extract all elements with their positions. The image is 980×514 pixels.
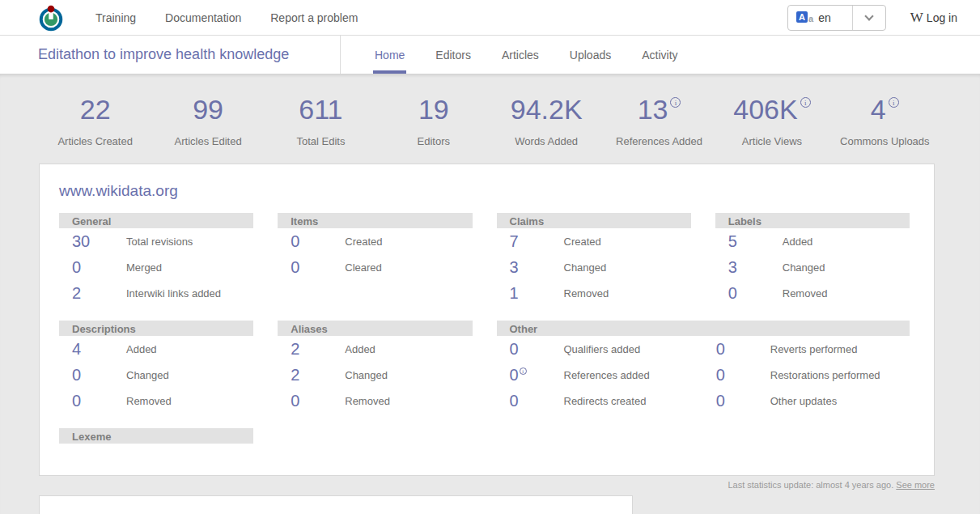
- stat-row: 0Other updates: [703, 388, 910, 414]
- info-icon[interactable]: [889, 97, 899, 108]
- section-labels: Labels 5Added 3Changed 0Removed: [715, 213, 910, 306]
- stat-value: 4: [829, 94, 941, 125]
- tab-uploads[interactable]: Uploads: [570, 36, 611, 74]
- tab-articles[interactable]: Articles: [502, 36, 539, 74]
- stat-editors: 19 Editors: [377, 94, 490, 147]
- stat-row: 0References added: [497, 362, 703, 388]
- stat-label: Article Views: [715, 135, 828, 147]
- section-descriptions: Descriptions 4Added 0Changed 0Removed: [59, 321, 253, 414]
- language-selector[interactable]: A a en: [787, 5, 886, 31]
- stat-row: 0Changed: [59, 362, 253, 388]
- language-current[interactable]: A a en: [788, 11, 842, 24]
- stat-row: 7Created: [497, 228, 691, 254]
- top-nav: Training Documentation Report a problem: [95, 11, 358, 24]
- tab-activity[interactable]: Activity: [642, 36, 677, 74]
- stat-value: 19: [377, 94, 490, 125]
- stat-articles-edited: 99 Articles Edited: [151, 94, 264, 147]
- course-tabs: Home Editors Articles Uploads Activity: [341, 36, 694, 74]
- info-icon[interactable]: [670, 97, 681, 108]
- stat-articles-created: 22 Articles Created: [39, 94, 151, 147]
- stat-row: 0Redirects created: [497, 388, 703, 414]
- stat-value: 22: [39, 94, 151, 125]
- course-title[interactable]: Editathon to improve health knowledge: [0, 36, 341, 74]
- section-aliases: Aliases 2Added 2Changed 0Removed: [278, 321, 472, 414]
- login-button[interactable]: W Log in: [910, 10, 957, 26]
- wikipedia-w-icon: W: [910, 10, 923, 26]
- nav-training-link[interactable]: Training: [95, 11, 136, 24]
- wikidata-stats-panel: www.wikidata.org General 30Total revisio…: [39, 164, 935, 476]
- course-bar: Editathon to improve health knowledge Ho…: [0, 36, 980, 74]
- wikimedia-logo-icon[interactable]: [37, 3, 65, 32]
- stat-row: 0Restorations performed: [703, 362, 910, 388]
- stat-value: 94.2K: [490, 94, 603, 125]
- section-header: Other: [497, 321, 910, 336]
- stat-row: 2Changed: [278, 362, 472, 388]
- stat-row: 1Removed: [497, 280, 691, 306]
- stat-value: 13: [603, 94, 715, 125]
- section-claims: Claims 7Created 3Changed 1Removed: [497, 213, 691, 306]
- tab-editors[interactable]: Editors: [435, 36, 471, 74]
- stat-label: Articles Edited: [151, 135, 264, 147]
- language-code: en: [818, 11, 831, 24]
- stat-label: Words Added: [490, 135, 603, 147]
- stat-value: 611: [265, 94, 377, 125]
- section-other: Other 0Qualifiers added 0References adde…: [497, 321, 910, 414]
- stat-row: 0Reverts performed: [703, 336, 910, 362]
- info-icon[interactable]: [520, 367, 527, 375]
- top-bar: Training Documentation Report a problem …: [0, 0, 980, 36]
- stat-row: 0Cleared: [278, 254, 472, 280]
- last-update-note: Last statistics update: almost 4 years a…: [0, 480, 935, 490]
- stat-row: 0Removed: [715, 280, 910, 306]
- nav-documentation-link[interactable]: Documentation: [165, 11, 241, 24]
- stat-label: Commons Uploads: [829, 135, 941, 147]
- stat-row: 0Created: [278, 228, 472, 254]
- see-more-link[interactable]: See more: [896, 480, 935, 490]
- section-header: Items: [278, 213, 472, 228]
- stat-row: 4Added: [59, 336, 253, 362]
- stat-label: Articles Created: [39, 135, 151, 147]
- stat-row: 30Total revisions: [59, 228, 253, 254]
- stat-row: 0Removed: [59, 388, 253, 414]
- stat-references-added: 13 References Added: [603, 94, 715, 147]
- section-header: Labels: [715, 213, 910, 228]
- stat-row: 3Changed: [497, 254, 691, 280]
- chevron-down-icon: [864, 11, 873, 20]
- language-dropdown-button[interactable]: [853, 16, 885, 19]
- info-icon[interactable]: [800, 97, 811, 108]
- section-header: General: [59, 213, 253, 228]
- stat-row: 2Interwiki links added: [59, 280, 253, 306]
- section-general: General 30Total revisions 0Merged 2Inter…: [59, 213, 253, 306]
- section-header: Claims: [497, 213, 691, 228]
- stat-total-edits: 611 Total Edits: [265, 94, 377, 147]
- stat-value: 99: [151, 94, 264, 125]
- stat-value: 406K: [715, 94, 828, 125]
- wikidata-panel-title: www.wikidata.org: [59, 182, 910, 200]
- stat-label: Total Edits: [265, 135, 377, 147]
- section-header: Lexeme: [59, 428, 253, 444]
- stat-row: 0Qualifiers added: [497, 336, 703, 362]
- stat-row: 2Added: [278, 336, 472, 362]
- stat-label: References Added: [603, 135, 715, 147]
- stat-row: 3Changed: [715, 254, 910, 280]
- stat-row: 5Added: [715, 228, 910, 254]
- stat-label: Editors: [377, 135, 490, 147]
- login-label: Log in: [927, 11, 957, 24]
- next-panel-partial: [39, 495, 633, 514]
- stat-row: 0Merged: [59, 254, 253, 280]
- wikidata-sections-grid: General 30Total revisions 0Merged 2Inter…: [59, 213, 910, 444]
- section-header: Aliases: [278, 321, 472, 336]
- translate-icon: A a: [796, 11, 813, 23]
- section-header: Descriptions: [59, 321, 253, 336]
- nav-report-problem-link[interactable]: Report a problem: [270, 11, 358, 24]
- main-content: 22 Articles Created 99 Articles Edited 6…: [0, 74, 980, 514]
- tab-home[interactable]: Home: [375, 36, 405, 74]
- stat-row: 0Removed: [278, 388, 472, 414]
- stat-article-views: 406K Article Views: [715, 94, 828, 147]
- stat-commons-uploads: 4 Commons Uploads: [829, 94, 941, 147]
- overview-stats: 22 Articles Created 99 Articles Edited 6…: [0, 74, 980, 147]
- section-items: Items 0Created 0Cleared: [278, 213, 472, 306]
- stat-words-added: 94.2K Words Added: [490, 94, 603, 147]
- section-lexeme: Lexeme: [59, 428, 253, 444]
